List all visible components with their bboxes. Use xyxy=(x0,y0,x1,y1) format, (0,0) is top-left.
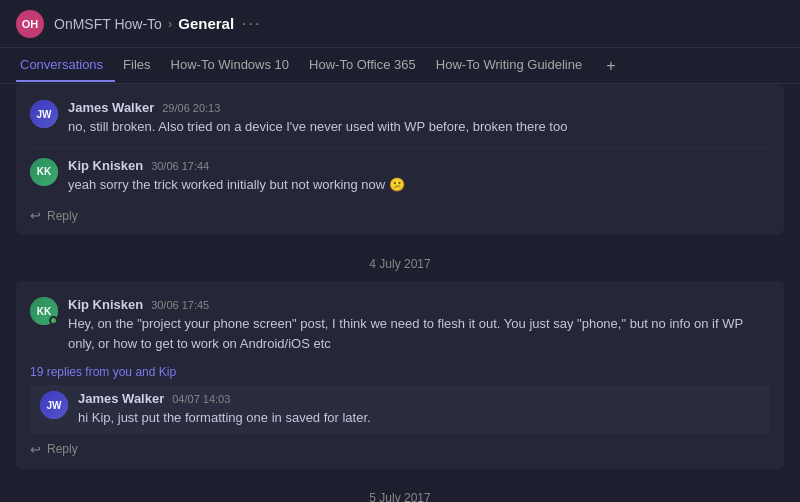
tab-how-to-windows[interactable]: How-To Windows 10 xyxy=(167,49,302,82)
team-avatar: OH xyxy=(16,10,44,38)
conversation-content: JW James Walker 29/06 20:13 no, still br… xyxy=(0,84,800,502)
date-label: 5 July 2017 xyxy=(369,491,430,503)
team-name: OnMSFT How-To xyxy=(54,16,162,32)
message-author: James Walker xyxy=(78,391,164,406)
tab-files[interactable]: Files xyxy=(119,49,162,82)
avatar: JW xyxy=(40,391,68,419)
date-label: 4 July 2017 xyxy=(369,257,430,271)
channel-name: General xyxy=(178,15,234,32)
avatar: KK xyxy=(30,158,58,186)
tab-bar: Conversations Files How-To Windows 10 Ho… xyxy=(0,48,800,84)
tab-how-to-office[interactable]: How-To Office 365 xyxy=(305,49,428,82)
message-header: James Walker 04/07 14:03 xyxy=(78,391,760,406)
date-separator-5july: 5 July 2017 xyxy=(16,477,784,503)
message-time: 04/07 14:03 xyxy=(172,393,230,405)
avatar: JW xyxy=(30,100,58,128)
reply-button[interactable]: ↩ Reply xyxy=(30,436,770,459)
message-time: 30/06 17:45 xyxy=(151,299,209,311)
thread-block-1: JW James Walker 29/06 20:13 no, still br… xyxy=(16,84,784,235)
breadcrumb-chevron: › xyxy=(168,16,172,31)
sub-message-row: JW James Walker 04/07 14:03 hi Kip, just… xyxy=(30,385,770,434)
message-author: James Walker xyxy=(68,100,154,115)
avatar: KK xyxy=(30,297,58,325)
reply-icon: ↩ xyxy=(30,208,41,223)
reply-button[interactable]: ↩ Reply xyxy=(30,202,770,225)
message-body: James Walker 29/06 20:13 no, still broke… xyxy=(68,100,770,137)
message-text: yeah sorry the trick worked initially bu… xyxy=(68,175,770,195)
message-text: Hey, on the "project your phone screen" … xyxy=(68,314,770,353)
add-tab-button[interactable]: + xyxy=(598,53,623,79)
message-row: JW James Walker 29/06 20:13 no, still br… xyxy=(30,94,770,143)
message-body: Kip Knisken 30/06 17:45 Hey, on the "pro… xyxy=(68,297,770,353)
header: OH OnMSFT How-To › General ··· xyxy=(0,0,800,48)
message-time: 29/06 20:13 xyxy=(162,102,220,114)
tab-conversations[interactable]: Conversations xyxy=(16,49,115,82)
avatar-jw: JW xyxy=(30,100,58,128)
more-options-icon[interactable]: ··· xyxy=(242,15,261,33)
message-divider xyxy=(30,147,770,148)
reply-icon: ↩ xyxy=(30,442,41,457)
message-text: hi Kip, just put the formatting one in s… xyxy=(78,408,760,428)
message-row: KK Kip Knisken 30/06 17:45 Hey, on the "… xyxy=(30,291,770,359)
reply-label[interactable]: Reply xyxy=(47,209,78,223)
status-indicator xyxy=(49,316,58,325)
message-header: James Walker 29/06 20:13 xyxy=(68,100,770,115)
message-author: Kip Knisken xyxy=(68,158,143,173)
message-author: Kip Knisken xyxy=(68,297,143,312)
header-title: OnMSFT How-To › General ··· xyxy=(54,15,261,33)
tab-writing-guideline[interactable]: How-To Writing Guideline xyxy=(432,49,594,82)
message-header: Kip Knisken 30/06 17:44 xyxy=(68,158,770,173)
message-header: Kip Knisken 30/06 17:45 xyxy=(68,297,770,312)
sub-message-body: James Walker 04/07 14:03 hi Kip, just pu… xyxy=(78,391,760,428)
replies-count[interactable]: 19 replies from you and Kip xyxy=(30,359,770,381)
reply-label[interactable]: Reply xyxy=(47,442,78,456)
avatar-kk: KK xyxy=(30,158,58,186)
message-time: 30/06 17:44 xyxy=(151,160,209,172)
date-separator-4july: 4 July 2017 xyxy=(16,243,784,281)
message-body: Kip Knisken 30/06 17:44 yeah sorry the t… xyxy=(68,158,770,195)
thread-block-2: KK Kip Knisken 30/06 17:45 Hey, on the "… xyxy=(16,281,784,469)
message-row: KK Kip Knisken 30/06 17:44 yeah sorry th… xyxy=(30,152,770,201)
message-text: no, still broken. Also tried on a device… xyxy=(68,117,770,137)
avatar-jw: JW xyxy=(40,391,68,419)
